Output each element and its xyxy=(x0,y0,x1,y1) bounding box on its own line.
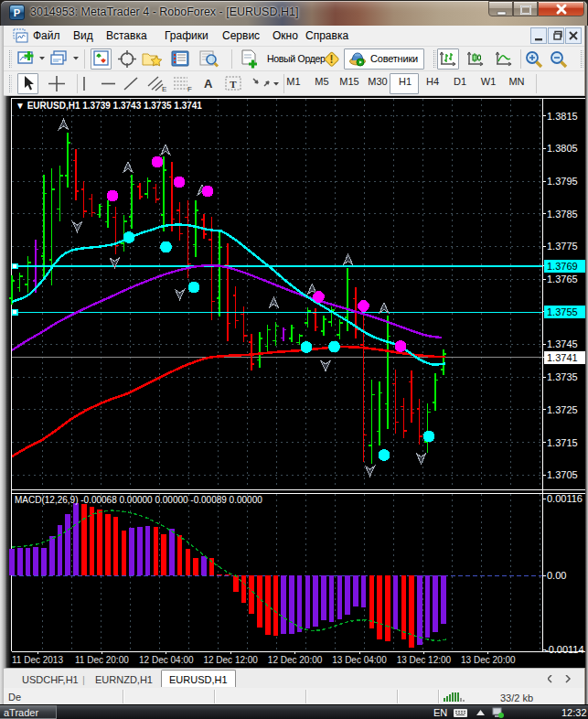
svg-text:1.3765: 1.3765 xyxy=(547,274,578,284)
svg-text:13 Dec 04:00: 13 Dec 04:00 xyxy=(332,655,387,665)
svg-text:12 Dec 04:00: 12 Dec 04:00 xyxy=(139,655,194,665)
svg-text:-0.00114: -0.00114 xyxy=(545,644,584,655)
svg-text:1.3785: 1.3785 xyxy=(547,209,578,220)
svg-text:1.3745: 1.3745 xyxy=(547,338,578,349)
svg-text:1.3725: 1.3725 xyxy=(547,404,578,415)
svg-text:12 Dec 12:00: 12 Dec 12:00 xyxy=(203,655,258,665)
svg-text:▼ EURUSD,H1 1.3739 1.3743 1.: ▼ EURUSD,H1 1.3739 1.3743 1.3735 1.3741 xyxy=(16,101,202,111)
svg-text:MACD(12,26,9) -0.00068 0.00000: MACD(12,26,9) -0.00068 0.00000 0.00000 -… xyxy=(15,495,262,505)
svg-text:12 Dec 20:00: 12 Dec 20:00 xyxy=(268,655,323,665)
svg-text:11 Dec 2013: 11 Dec 2013 xyxy=(12,655,63,665)
svg-text:0.00116: 0.00116 xyxy=(547,493,583,504)
svg-text:1.3705: 1.3705 xyxy=(547,469,578,480)
svg-text:1.3741: 1.3741 xyxy=(547,352,578,363)
svg-text:1.3795: 1.3795 xyxy=(547,176,578,187)
svg-text:1.3805: 1.3805 xyxy=(547,143,578,154)
svg-text:0.00: 0.00 xyxy=(547,570,566,581)
svg-text:1.3815: 1.3815 xyxy=(547,111,578,122)
svg-text:1.3715: 1.3715 xyxy=(547,437,578,448)
svg-text:1.3775: 1.3775 xyxy=(547,241,578,252)
svg-text:1.3769: 1.3769 xyxy=(547,261,578,272)
svg-text:13 Dec 20:00: 13 Dec 20:00 xyxy=(461,655,516,665)
svg-text:13 Dec 12:00: 13 Dec 12:00 xyxy=(397,655,452,665)
svg-text:1.3735: 1.3735 xyxy=(547,371,578,382)
svg-text:11 Dec 20:00: 11 Dec 20:00 xyxy=(75,655,129,665)
svg-text:1.3755: 1.3755 xyxy=(547,306,578,317)
